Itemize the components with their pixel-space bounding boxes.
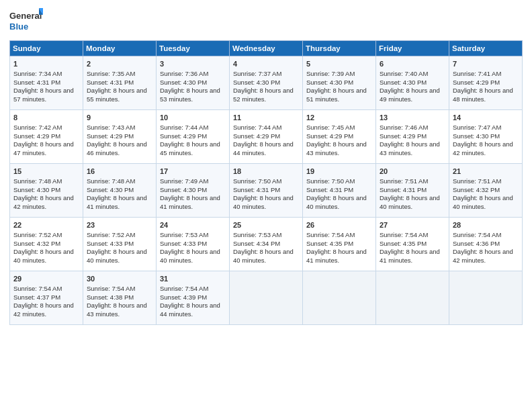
sunset-text: Sunset: 4:31 PM (233, 186, 280, 193)
calendar-cell: 31Sunrise: 7:54 AMSunset: 4:39 PMDayligh… (157, 271, 230, 325)
daylight-text: Daylight: 8 hours and 40 minutes. (380, 194, 440, 210)
logo: General Blue (9, 7, 43, 35)
sunrise-text: Sunrise: 7:41 AM (453, 70, 501, 77)
sunrise-text: Sunrise: 7:42 AM (13, 124, 62, 131)
daylight-text: Daylight: 8 hours and 41 minutes. (160, 194, 220, 210)
daylight-text: Daylight: 8 hours and 42 minutes. (13, 194, 74, 210)
calendar-cell: 20Sunrise: 7:51 AMSunset: 4:31 PMDayligh… (376, 164, 449, 218)
sunset-text: Sunset: 4:35 PM (380, 240, 427, 247)
daylight-text: Daylight: 8 hours and 40 minutes. (160, 248, 220, 264)
col-header-thursday: Thursday (303, 41, 376, 56)
sunset-text: Sunset: 4:31 PM (87, 79, 134, 86)
calendar-cell: 25Sunrise: 7:53 AMSunset: 4:34 PMDayligh… (230, 218, 303, 271)
sunset-text: Sunset: 4:29 PM (233, 132, 280, 140)
day-number: 22 (13, 220, 80, 230)
week-row-4: 22Sunrise: 7:52 AMSunset: 4:32 PMDayligh… (10, 218, 523, 271)
sunset-text: Sunset: 4:29 PM (306, 132, 353, 140)
sunrise-text: Sunrise: 7:53 AM (233, 231, 281, 238)
sunset-text: Sunset: 4:33 PM (160, 240, 207, 247)
daylight-text: Daylight: 8 hours and 40 minutes. (87, 248, 147, 264)
sunrise-text: Sunrise: 7:50 AM (233, 177, 281, 185)
day-number: 15 (13, 167, 80, 177)
daylight-text: Daylight: 8 hours and 42 minutes. (453, 140, 513, 156)
calendar-cell: 14Sunrise: 7:47 AMSunset: 4:30 PMDayligh… (449, 110, 523, 164)
daylight-text: Daylight: 8 hours and 41 minutes. (306, 248, 367, 264)
sunset-text: Sunset: 4:35 PM (306, 240, 353, 247)
page-container: General Blue SundayMondayTuesdayWednesda… (0, 0, 532, 329)
calendar-cell: 15Sunrise: 7:48 AMSunset: 4:30 PMDayligh… (10, 164, 83, 218)
sunrise-text: Sunrise: 7:44 AM (160, 124, 208, 131)
week-row-3: 15Sunrise: 7:48 AMSunset: 4:30 PMDayligh… (10, 164, 523, 218)
sunset-text: Sunset: 4:29 PM (380, 132, 427, 140)
sunset-text: Sunset: 4:29 PM (453, 79, 500, 86)
sunset-text: Sunset: 4:29 PM (160, 132, 207, 140)
daylight-text: Daylight: 8 hours and 44 minutes. (233, 140, 294, 156)
daylight-text: Daylight: 8 hours and 40 minutes. (13, 248, 74, 264)
sunrise-text: Sunrise: 7:49 AM (160, 177, 208, 185)
calendar-cell (376, 271, 449, 325)
sunset-text: Sunset: 4:30 PM (453, 132, 500, 140)
calendar-cell: 23Sunrise: 7:52 AMSunset: 4:33 PMDayligh… (83, 218, 157, 271)
sunrise-text: Sunrise: 7:40 AM (380, 70, 428, 77)
daylight-text: Daylight: 8 hours and 40 minutes. (233, 248, 294, 264)
day-number: 26 (306, 220, 373, 230)
calendar-cell: 4Sunrise: 7:37 AMSunset: 4:30 PMDaylight… (230, 56, 303, 110)
day-number: 3 (160, 59, 226, 69)
sunset-text: Sunset: 4:32 PM (13, 240, 60, 247)
day-number: 13 (380, 113, 446, 123)
daylight-text: Daylight: 8 hours and 43 minutes. (306, 140, 367, 156)
daylight-text: Daylight: 8 hours and 45 minutes. (160, 140, 220, 156)
sunset-text: Sunset: 4:30 PM (233, 79, 280, 86)
daylight-text: Daylight: 8 hours and 41 minutes. (87, 194, 147, 210)
sunset-text: Sunset: 4:38 PM (87, 293, 134, 301)
header-row-days: SundayMondayTuesdayWednesdayThursdayFrid… (10, 41, 523, 56)
daylight-text: Daylight: 8 hours and 42 minutes. (453, 248, 513, 264)
calendar-cell (449, 271, 523, 325)
daylight-text: Daylight: 8 hours and 41 minutes. (380, 248, 440, 264)
sunrise-text: Sunrise: 7:53 AM (160, 231, 208, 238)
sunset-text: Sunset: 4:30 PM (87, 186, 134, 193)
daylight-text: Daylight: 8 hours and 43 minutes. (87, 302, 147, 318)
day-number: 30 (87, 274, 153, 284)
daylight-text: Daylight: 8 hours and 44 minutes. (160, 302, 220, 318)
day-number: 29 (13, 274, 80, 284)
calendar-cell: 7Sunrise: 7:41 AMSunset: 4:29 PMDaylight… (449, 56, 523, 110)
sunset-text: Sunset: 4:39 PM (160, 293, 207, 301)
calendar-cell: 12Sunrise: 7:45 AMSunset: 4:29 PMDayligh… (303, 110, 376, 164)
calendar-cell: 27Sunrise: 7:54 AMSunset: 4:35 PMDayligh… (376, 218, 449, 271)
header-row: General Blue (9, 7, 523, 35)
svg-text:General: General (9, 11, 42, 21)
sunrise-text: Sunrise: 7:46 AM (380, 124, 428, 131)
calendar-cell: 8Sunrise: 7:42 AMSunset: 4:29 PMDaylight… (10, 110, 83, 164)
calendar-cell (230, 271, 303, 325)
daylight-text: Daylight: 8 hours and 48 minutes. (453, 87, 513, 103)
sunset-text: Sunset: 4:37 PM (13, 293, 60, 301)
week-row-1: 1Sunrise: 7:34 AMSunset: 4:31 PMDaylight… (10, 56, 523, 110)
daylight-text: Daylight: 8 hours and 43 minutes. (380, 140, 440, 156)
daylight-text: Daylight: 8 hours and 46 minutes. (87, 140, 147, 156)
day-number: 23 (87, 220, 153, 230)
logo-svg: General Blue (9, 7, 43, 35)
sunrise-text: Sunrise: 7:54 AM (87, 285, 135, 292)
day-number: 9 (87, 113, 153, 123)
day-number: 28 (453, 220, 519, 230)
sunset-text: Sunset: 4:33 PM (87, 240, 134, 247)
calendar-cell: 11Sunrise: 7:44 AMSunset: 4:29 PMDayligh… (230, 110, 303, 164)
day-number: 11 (233, 113, 300, 123)
sunset-text: Sunset: 4:36 PM (453, 240, 500, 247)
sunset-text: Sunset: 4:29 PM (87, 132, 134, 140)
daylight-text: Daylight: 8 hours and 40 minutes. (233, 194, 294, 210)
sunrise-text: Sunrise: 7:54 AM (306, 231, 355, 238)
daylight-text: Daylight: 8 hours and 49 minutes. (380, 87, 440, 103)
sunset-text: Sunset: 4:30 PM (13, 186, 60, 193)
sunrise-text: Sunrise: 7:47 AM (453, 124, 501, 131)
calendar-table: SundayMondayTuesdayWednesdayThursdayFrid… (9, 40, 523, 325)
daylight-text: Daylight: 8 hours and 51 minutes. (306, 87, 367, 103)
calendar-cell: 18Sunrise: 7:50 AMSunset: 4:31 PMDayligh… (230, 164, 303, 218)
day-number: 10 (160, 113, 226, 123)
day-number: 25 (233, 220, 300, 230)
week-row-5: 29Sunrise: 7:54 AMSunset: 4:37 PMDayligh… (10, 271, 523, 325)
sunrise-text: Sunrise: 7:34 AM (13, 70, 62, 77)
daylight-text: Daylight: 8 hours and 42 minutes. (13, 302, 74, 318)
sunrise-text: Sunrise: 7:44 AM (233, 124, 281, 131)
